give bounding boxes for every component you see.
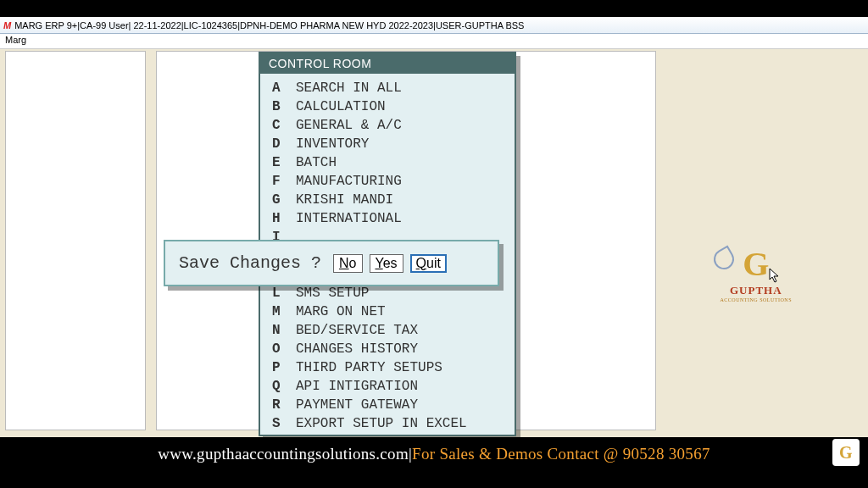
menu-item-krishi-mandi[interactable]: GKRISHI MANDI [260, 191, 515, 209]
guptha-logo-g: G [721, 244, 793, 284]
center-pane: CONTROL ROOM ASEARCH IN ALL BCALCULATION… [156, 51, 656, 430]
guptha-logo-sub: ACCOUNTING SOLUTIONS [721, 297, 793, 302]
workspace: CONTROL ROOM ASEARCH IN ALL BCALCULATION… [0, 49, 868, 437]
footer-banner: www.gupthaaccountingsolutions.com | For … [0, 437, 868, 471]
window-title: MARG ERP 9+|CA-99 User| 22-11-2022|LIC-1… [14, 20, 524, 30]
menu-item-export-setup[interactable]: SEXPORT SETUP IN EXCEL [260, 414, 515, 433]
menu-item-manufacturing[interactable]: FMANUFACTURING [260, 172, 515, 191]
menu-bar[interactable]: Marg [0, 34, 868, 49]
menu-item-marg[interactable]: Marg [5, 35, 26, 45]
menu-item-international[interactable]: HINTERNATIONAL [260, 209, 515, 228]
guptha-logo-name: GUPTHA [721, 284, 793, 297]
menu-item-changes-history[interactable]: OCHANGES HISTORY [260, 340, 515, 358]
menu-item-general-ac[interactable]: CGENERAL & A/C [260, 116, 515, 135]
left-pane [5, 51, 146, 430]
footer-phone: 90528 30567 [623, 445, 710, 463]
footer-site: www.gupthaaccountingsolutions.com [158, 445, 409, 463]
menu-item-marg-on-net[interactable]: MMARG ON NET [260, 302, 515, 321]
marg-logo-icon: M [3, 20, 11, 30]
guptha-logo: G GUPTHA ACCOUNTING SOLUTIONS [721, 244, 793, 302]
menu-item-bed-service-tax[interactable]: NBED/SERVICE TAX [260, 321, 515, 340]
menu-item-sms-setup[interactable]: LSMS SETUP [260, 284, 515, 302]
letterbox-top [0, 0, 868, 17]
menu-item-calculation[interactable]: BCALCULATION [260, 97, 515, 116]
menu-item-payment-gateway[interactable]: RPAYMENT GATEWAY [260, 396, 515, 414]
save-changes-dialog: Save Changes ? No Yes Quit [164, 240, 499, 286]
window-titlebar: M MARG ERP 9+|CA-99 User| 22-11-2022|LIC… [0, 17, 868, 34]
no-button[interactable]: No [333, 254, 362, 273]
footer-cta: For Sales & Demos Contact @ [412, 445, 623, 463]
right-gap [665, 51, 861, 430]
menu-item-api-intigration[interactable]: QAPI INTIGRATION [260, 377, 515, 396]
yes-button[interactable]: Yes [370, 254, 403, 273]
menu-item-third-party-setups[interactable]: PTHIRD PARTY SETUPS [260, 358, 515, 377]
app-window: M MARG ERP 9+|CA-99 User| 22-11-2022|LIC… [0, 17, 868, 471]
guptha-icon-small: G [832, 439, 860, 466]
menu-item-inventory[interactable]: DINVENTORY [260, 135, 515, 153]
dialog-prompt: Save Changes ? [179, 253, 321, 273]
menu-item-batch[interactable]: EBATCH [260, 153, 515, 172]
letterbox-bottom [0, 471, 868, 488]
menu-item-search-in-all[interactable]: ASEARCH IN ALL [260, 79, 515, 97]
quit-button[interactable]: Quit [410, 254, 447, 273]
control-room-title: CONTROL ROOM [260, 53, 515, 74]
